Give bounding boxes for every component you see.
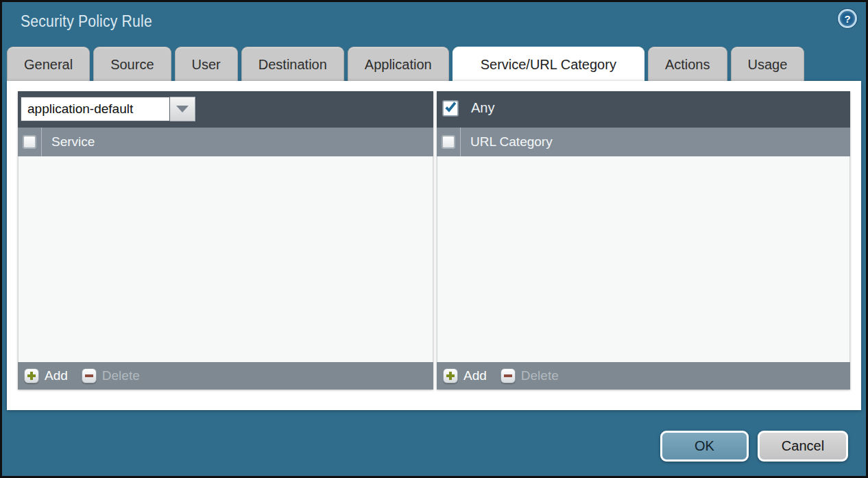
service-type-dropdown-value[interactable]: application-default: [21, 97, 170, 121]
service-panel: application-default Service: [18, 91, 433, 390]
checkmark-icon: [444, 99, 457, 115]
tab-source[interactable]: Source: [93, 47, 171, 81]
url-category-select-all-checkbox[interactable]: [442, 136, 455, 148]
service-type-dropdown[interactable]: application-default: [21, 97, 195, 121]
url-category-list: [437, 156, 850, 362]
url-category-any-bar: Any: [437, 91, 850, 128]
plus-icon: [24, 368, 39, 383]
service-column-header[interactable]: Service: [51, 134, 95, 150]
tab-user[interactable]: User: [175, 47, 238, 81]
add-button-label: Add: [463, 368, 487, 383]
minus-icon: [501, 368, 516, 383]
service-toolbar: Add Delete: [18, 362, 433, 390]
help-icon[interactable]: ?: [838, 9, 857, 28]
tab-service-url-category[interactable]: Service/URL Category: [453, 47, 644, 81]
column-divider: [460, 128, 461, 156]
service-delete-button[interactable]: Delete: [82, 368, 140, 383]
delete-button-label: Delete: [102, 368, 140, 383]
dialog-title: Security Policy Rule: [21, 12, 152, 31]
tab-general[interactable]: General: [7, 47, 90, 81]
tab-application[interactable]: Application: [348, 47, 449, 81]
security-policy-rule-dialog: Security Policy Rule ? General Source Us…: [0, 0, 868, 478]
any-checkbox[interactable]: [443, 101, 458, 116]
tab-bar: General Source User Destination Applicat…: [7, 47, 804, 81]
tab-content-area: application-default Service: [7, 81, 861, 410]
service-type-bar: application-default: [18, 91, 433, 128]
tab-actions[interactable]: Actions: [648, 47, 727, 81]
service-list: [18, 156, 433, 362]
cancel-button[interactable]: Cancel: [758, 431, 848, 462]
tab-usage[interactable]: Usage: [731, 47, 805, 81]
service-select-all-checkbox[interactable]: [23, 136, 36, 148]
service-add-button[interactable]: Add: [24, 368, 68, 383]
service-column-header-row: Service: [18, 128, 433, 156]
dropdown-arrow-button[interactable]: [170, 97, 195, 121]
chevron-down-icon: [176, 106, 189, 112]
plus-icon: [443, 368, 458, 383]
url-category-panel: Any URL Category Ad: [437, 91, 850, 390]
url-category-column-header[interactable]: URL Category: [470, 134, 553, 150]
url-category-column-header-row: URL Category: [437, 128, 850, 156]
add-button-label: Add: [45, 368, 68, 383]
url-category-delete-button[interactable]: Delete: [501, 368, 559, 383]
ok-button[interactable]: OK: [660, 431, 749, 462]
url-category-toolbar: Add Delete: [437, 362, 850, 390]
delete-button-label: Delete: [521, 368, 559, 383]
minus-icon: [82, 368, 97, 383]
any-checkbox-label: Any: [471, 100, 494, 116]
tab-destination[interactable]: Destination: [241, 47, 344, 81]
column-divider: [41, 128, 42, 156]
url-category-add-button[interactable]: Add: [443, 368, 487, 383]
